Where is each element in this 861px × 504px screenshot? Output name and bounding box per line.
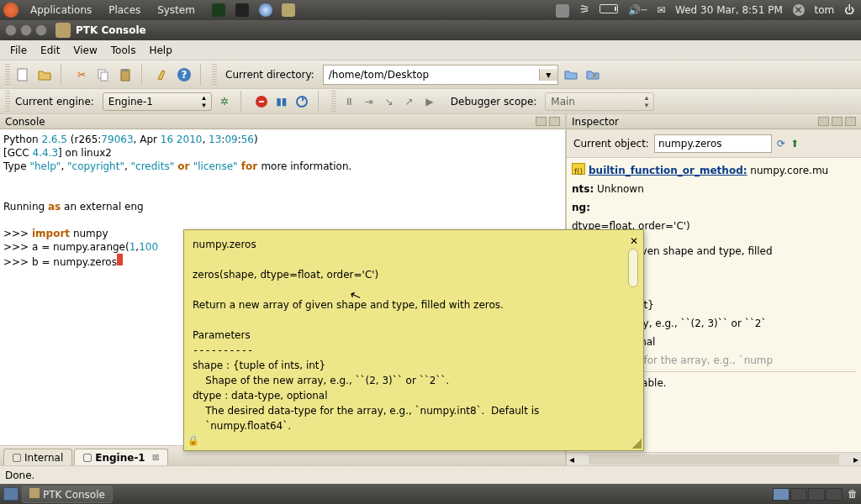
tooltip-p2c: `numpy.float64`. [193, 418, 621, 433]
svg-rect-8 [259, 101, 264, 102]
open-file-icon[interactable] [35, 66, 54, 84]
battery-icon[interactable] [600, 4, 618, 13]
tooltip-scrollbar[interactable] [626, 249, 640, 433]
up-icon[interactable]: ⬆ [790, 138, 799, 150]
help-icon[interactable]: ? [175, 66, 193, 84]
dir-dropdown-icon[interactable]: ▾ [539, 69, 557, 81]
window-titlebar[interactable]: PTK Console [0, 20, 861, 40]
current-object-input[interactable] [654, 134, 772, 153]
clear-icon[interactable] [153, 66, 172, 84]
inspector-title: Inspector [567, 114, 861, 129]
paste-icon[interactable] [116, 66, 135, 84]
inspector-title-text: Inspector [572, 116, 619, 128]
show-desktop-icon[interactable] [3, 487, 18, 501]
username[interactable]: tom [814, 4, 834, 16]
scroll-track[interactable] [589, 454, 839, 465]
stop-engine-icon[interactable] [254, 94, 269, 109]
mail-icon[interactable]: ✉ [657, 4, 665, 16]
console-close-icon[interactable] [549, 117, 560, 126]
tooltip-p1: shape : {tuple of ints, int} [193, 358, 621, 373]
dbg-step-out-icon: ↗ [402, 94, 417, 109]
pause-engine-icon[interactable]: ▮▮ [274, 94, 289, 109]
inspector-toolbar: Current object: ⟳ ⬆ [567, 129, 861, 158]
tooltip-p1b: Shape of the new array, e.g., ``(2, 3)``… [193, 373, 621, 388]
maximize-window-button[interactable] [35, 24, 47, 36]
engine-label: Current engine: [15, 96, 94, 108]
menu-file[interactable]: File [3, 43, 34, 58]
tab-icon [83, 454, 92, 462]
tooltip-title: numpy.zeros [193, 237, 621, 252]
taskbar-ptk-console[interactable]: PTK Console [22, 486, 113, 503]
power-icon[interactable]: ⏻ [844, 4, 854, 16]
svg-rect-0 [18, 69, 27, 81]
ubuntu-logo-icon[interactable] [3, 3, 18, 18]
browse-dir-2-icon[interactable] [584, 66, 602, 84]
tab-internal[interactable]: Internal [3, 449, 72, 465]
cut-icon[interactable]: ✂ [72, 66, 91, 84]
debugger-scope-value: Main [551, 96, 575, 108]
engine-combo[interactable]: Engine-1 ▴▾ [103, 92, 212, 111]
trash-icon[interactable]: 🗑 [848, 488, 858, 500]
scroll-left-icon[interactable]: ◂ [567, 454, 577, 465]
tooltip-resize-grip[interactable] [631, 438, 642, 449]
inspector-max-icon[interactable] [832, 117, 843, 126]
inspector-min-icon[interactable] [818, 117, 829, 126]
toolbar2-grip[interactable] [5, 91, 10, 113]
chevron-updown-icon: ▴▾ [202, 94, 206, 109]
inspector-close-icon[interactable] [845, 117, 856, 126]
engine-toolbar: Current engine: Engine-1 ▴▾ ✲ ▮▮ ⏸ ⇥ ↘ ↗… [0, 89, 861, 114]
inspector-hscroll[interactable]: ◂ ▸ [567, 452, 861, 465]
console-max-icon[interactable] [536, 117, 547, 126]
current-dir-combo[interactable]: ▾ [323, 65, 558, 85]
tooltip-lock-icon[interactable]: 🔒 [188, 433, 199, 449]
tab-close-icon[interactable]: ⊠ [152, 453, 159, 462]
monitor-applet-icon[interactable] [212, 3, 225, 17]
clock[interactable]: Wed 30 Mar, 8:51 PM [675, 4, 783, 16]
dbg-continue-icon: ▶ [422, 94, 437, 109]
close-window-button[interactable] [5, 24, 17, 36]
tools-applet-icon[interactable] [282, 3, 295, 17]
dbg-pause-icon: ⏸ [341, 94, 357, 109]
current-dir-input[interactable] [324, 69, 539, 81]
dbg-step-icon: ⇥ [362, 94, 377, 109]
engine-value: Engine-1 [108, 96, 153, 108]
engine-settings-icon[interactable]: ✲ [217, 94, 232, 109]
console-title-text: Console [5, 116, 45, 128]
menubar: File Edit View Tools Help [0, 40, 861, 60]
menu-edit[interactable]: Edit [34, 43, 66, 58]
system-menus: Applications Places System [24, 4, 202, 16]
svg-rect-4 [123, 69, 128, 71]
system-menu[interactable]: System [151, 4, 202, 16]
terminal-applet-icon[interactable] [235, 3, 249, 17]
toolbar-grip-2[interactable] [212, 64, 217, 86]
copy-icon[interactable] [94, 66, 113, 84]
browse-dir-icon[interactable] [562, 66, 580, 84]
toolbar2-grip-2[interactable] [331, 91, 336, 113]
tooltip-p2b: The desired data-type for the array, e.g… [193, 403, 621, 418]
scroll-right-icon[interactable]: ▸ [851, 454, 861, 465]
volume-icon[interactable]: 🔊┄ [628, 4, 647, 16]
debugger-scope-combo[interactable]: Main ▴▾ [545, 92, 654, 111]
refresh-icon[interactable]: ⟳ [777, 138, 785, 150]
window-title: PTK Console [76, 24, 146, 36]
wifi-icon[interactable]: ⚞ [579, 3, 590, 16]
menu-help[interactable]: Help [142, 43, 178, 58]
function-icon: f() [572, 163, 585, 175]
tooltip-close-icon[interactable]: ✕ [630, 234, 638, 249]
menu-view[interactable]: View [66, 43, 103, 58]
text-cursor [117, 254, 123, 265]
disc-applet-icon[interactable] [259, 3, 272, 17]
workspace-switcher[interactable] [773, 488, 843, 501]
places-menu[interactable]: Places [102, 4, 147, 16]
toolbar-grip[interactable] [5, 64, 10, 86]
main-toolbar: ✂ ? Current directory: ▾ [0, 60, 861, 89]
current-object-label: Current object: [573, 138, 649, 150]
settings-tray-icon[interactable] [556, 4, 569, 18]
new-file-icon[interactable] [13, 66, 32, 84]
tab-engine-1[interactable]: Engine-1⊠ [74, 449, 168, 465]
menu-tools[interactable]: Tools [104, 43, 143, 58]
restart-engine-icon[interactable] [294, 94, 309, 109]
user-switch-icon[interactable]: ✕ [793, 4, 805, 16]
minimize-window-button[interactable] [20, 24, 32, 36]
applications-menu[interactable]: Applications [24, 4, 98, 16]
